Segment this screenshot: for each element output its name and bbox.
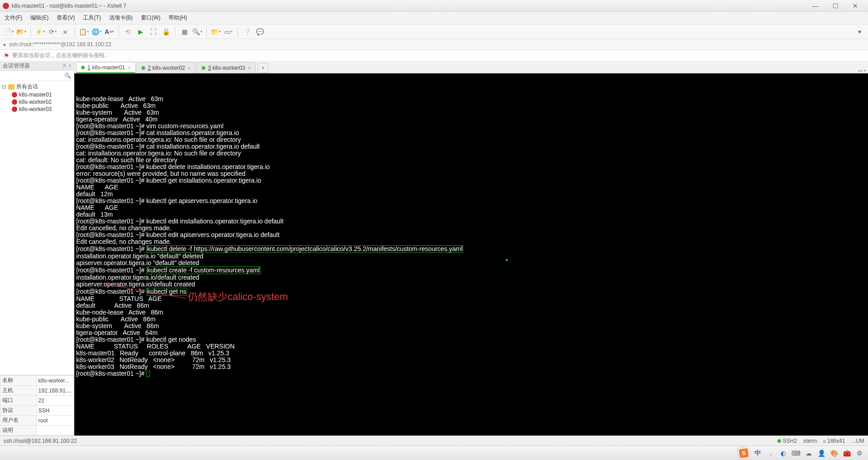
- host-icon: [12, 99, 17, 105]
- hint-text: 要添加当前会话，点击左侧的箭头按钮。: [12, 52, 110, 59]
- lock-icon[interactable]: 🔒: [161, 27, 171, 37]
- tree-root-label: 所有会话: [16, 83, 38, 91]
- flag-icon: ⚑: [4, 52, 10, 59]
- window-title: k8s-master01 - root@k8s-master01:~ - Xsh…: [12, 3, 805, 9]
- tab-worker02[interactable]: 2 k8s-worker02 ×: [136, 62, 196, 73]
- prop-row: 用户名root: [0, 416, 74, 426]
- new-tab-button[interactable]: +: [257, 63, 268, 73]
- session-item-worker02[interactable]: k8s-worker02: [1, 98, 73, 106]
- quick-connect-icon[interactable]: ⚡▾: [35, 27, 45, 37]
- panel-close-icon[interactable]: ×: [68, 63, 71, 68]
- separator: [74, 27, 75, 37]
- session-manager-title: 会话管理器 ⇱×: [0, 62, 74, 71]
- tab-master01[interactable]: 1 k8s-master01 ×: [76, 62, 136, 73]
- session-label: k8s-worker02: [19, 99, 52, 105]
- session-label: k8s-master01: [19, 92, 52, 98]
- collapse-icon[interactable]: ⊟: [2, 84, 6, 90]
- status-ssh: SSH2: [783, 438, 797, 444]
- status-dot-icon: [202, 66, 205, 70]
- tree-root[interactable]: ⊟ 所有会话: [1, 82, 73, 91]
- address-bar: ▸ ssh://root:*************@192.168.91.10…: [0, 39, 868, 50]
- ime-skin-icon[interactable]: 🎨: [830, 449, 838, 457]
- session-manager-label: 会话管理器: [3, 62, 30, 70]
- font-icon[interactable]: Aa▾: [104, 27, 114, 37]
- close-button[interactable]: ✕: [845, 2, 865, 10]
- ime-cloud-icon[interactable]: ☁: [805, 449, 813, 457]
- system-tray: S 中 ， ◐ ⌨ ☁ 👤 🎨 🧰 ⚙: [0, 445, 868, 460]
- main-area: 1 k8s-master01 × 2 k8s-worker02 × 3 k8s-…: [74, 62, 868, 436]
- ime-settings-icon[interactable]: ⚙: [855, 449, 863, 457]
- menu-tools[interactable]: 工具(T): [83, 14, 101, 22]
- ime-full-icon[interactable]: ◐: [779, 449, 787, 457]
- layout-icon[interactable]: ▭▾: [223, 27, 233, 37]
- tab-hotkey: 1: [87, 64, 91, 71]
- separator: [30, 27, 31, 37]
- ime-punct-icon[interactable]: ，: [766, 449, 775, 457]
- status-dot-icon: [141, 66, 145, 70]
- session-search[interactable]: 🔍: [0, 71, 74, 81]
- menu-tabs[interactable]: 选项卡(B): [109, 14, 133, 22]
- terminal[interactable]: kube-node-lease Active 63mkube-public Ac…: [74, 73, 868, 436]
- menu-edit[interactable]: 编辑(E): [30, 14, 48, 22]
- minimize-button[interactable]: —: [805, 2, 825, 10]
- calendar-icon[interactable]: ▦: [179, 27, 189, 37]
- tab-close-icon[interactable]: ×: [248, 65, 251, 71]
- separator: [206, 27, 207, 37]
- address-expand-icon[interactable]: ▸: [4, 41, 6, 48]
- status-connection: ssh://root@192.168.91.100:22: [4, 438, 77, 444]
- session-manager-panel: 会话管理器 ⇱× 🔍 ⊟ 所有会话 k8s-master01 k8s-worke…: [0, 62, 74, 436]
- toolbar: 📄▾ 📂▾ ⚡▾ ⟳▾ ⨯ 📋▾ 🌐▾ Aa▾ ⟲ ▶ ⛶ 🔒 ▦ 🔍▾ 📁▾ …: [0, 24, 868, 39]
- address-text[interactable]: ssh://root:*************@192.168.91.100:…: [9, 41, 112, 48]
- separator: [175, 27, 175, 37]
- menu-window[interactable]: 窗口(W): [141, 14, 160, 22]
- tab-list-icon[interactable]: ▾: [864, 68, 866, 73]
- tab-label: k8s-worker02: [152, 65, 185, 71]
- maximize-button[interactable]: ☐: [825, 2, 845, 10]
- session-properties: 名称k8s-worker... 主机192.168.91.... 端口22 协议…: [0, 375, 74, 436]
- prop-row: 说明: [0, 426, 74, 436]
- menu-view[interactable]: 查看(V): [57, 14, 75, 22]
- menu-file[interactable]: 文件(F): [5, 14, 22, 22]
- new-session-icon[interactable]: 📄▾: [4, 27, 14, 37]
- ime-keyboard-icon[interactable]: ⌨: [792, 449, 800, 457]
- session-label: k8s-worker03: [19, 106, 52, 112]
- menu-help[interactable]: 帮助(H): [169, 14, 187, 22]
- folder-icon[interactable]: 📁▾: [211, 27, 221, 37]
- play-icon[interactable]: ▶: [136, 27, 145, 37]
- disconnect-icon[interactable]: ⨯: [60, 27, 70, 37]
- refresh-icon[interactable]: ⟲: [123, 27, 133, 37]
- status-bar: ssh://root@192.168.91.100:22 SSH2 xterm …: [0, 436, 868, 445]
- workspace: 会话管理器 ⇱× 🔍 ⊟ 所有会话 k8s-master01 k8s-worke…: [0, 62, 868, 436]
- open-icon[interactable]: 📂▾: [16, 27, 26, 37]
- tab-worker03[interactable]: 3 k8s-worker03 ×: [197, 62, 256, 73]
- pin-icon[interactable]: ⇱: [63, 63, 67, 68]
- toolbar-overflow-icon[interactable]: ▾: [854, 27, 864, 37]
- globe-icon[interactable]: 🌐▾: [92, 27, 102, 37]
- paste-icon[interactable]: 📋▾: [79, 27, 89, 37]
- host-icon: [12, 92, 17, 97]
- hint-bar: ⚑ 要添加当前会话，点击左侧的箭头按钮。: [0, 50, 868, 62]
- status-term: xterm: [803, 438, 817, 444]
- ime-lang-icon[interactable]: 中: [754, 449, 762, 457]
- prop-row: 名称k8s-worker...: [0, 376, 74, 386]
- search-icon[interactable]: 🔍▾: [192, 27, 202, 37]
- chat-icon[interactable]: 💬: [255, 27, 265, 37]
- sogou-ime-icon[interactable]: S: [737, 447, 750, 459]
- tab-next-icon[interactable]: ▸: [861, 68, 863, 73]
- status-size: ⎚ 186x41: [823, 438, 845, 444]
- tab-prev-icon[interactable]: ◂: [858, 68, 860, 73]
- tab-label: k8s-master01: [92, 64, 125, 71]
- ime-user-icon[interactable]: 👤: [817, 449, 825, 457]
- tab-hotkey: 3: [208, 65, 211, 71]
- fullscreen-icon[interactable]: ⛶: [148, 27, 158, 37]
- session-item-worker03[interactable]: k8s-worker03: [1, 106, 73, 113]
- folder-icon: [8, 84, 15, 90]
- ime-toolbox-icon[interactable]: 🧰: [843, 449, 851, 457]
- app-icon: [3, 3, 9, 9]
- session-item-master01[interactable]: k8s-master01: [1, 91, 73, 98]
- tab-close-icon[interactable]: ×: [128, 65, 131, 70]
- prop-row: 端口22: [0, 396, 74, 406]
- reconnect-icon[interactable]: ⟳▾: [48, 27, 58, 37]
- tab-close-icon[interactable]: ×: [188, 65, 190, 71]
- help-icon[interactable]: ❔: [242, 27, 252, 37]
